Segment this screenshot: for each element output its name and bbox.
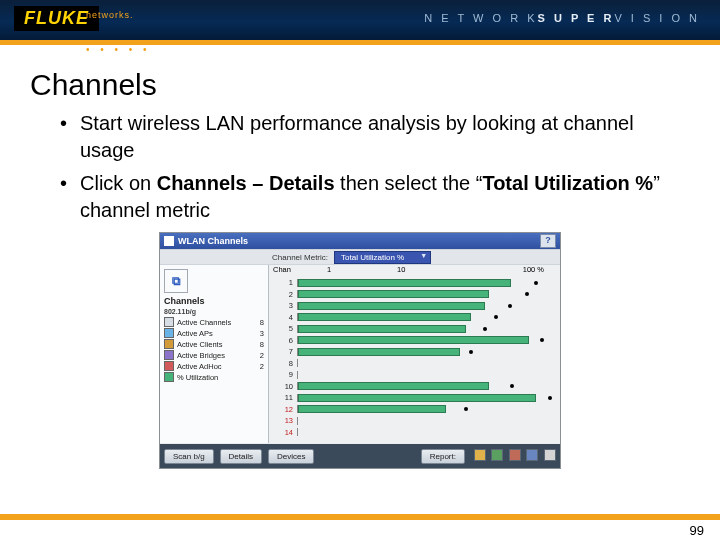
peak-marker <box>469 350 473 354</box>
channel-number: 12 <box>269 405 297 414</box>
legend-swatch <box>164 339 174 349</box>
chart-row: 12 <box>269 404 556 416</box>
utilization-bar <box>298 348 460 356</box>
channel-number: 4 <box>269 313 297 322</box>
channel-number: 5 <box>269 324 297 333</box>
bullet-item: Click on Channels – Details then select … <box>60 170 660 224</box>
bar-track <box>297 336 556 344</box>
legend-value: 3 <box>260 329 264 338</box>
channel-number: 13 <box>269 416 297 425</box>
channel-number: 14 <box>269 428 297 437</box>
bar-track <box>297 405 556 413</box>
tray-icon[interactable] <box>509 449 521 461</box>
peak-marker <box>534 281 538 285</box>
tray-icon[interactable] <box>544 449 556 461</box>
channel-number: 1 <box>269 278 297 287</box>
sidebar-row: Active Channels8 <box>164 317 264 327</box>
bar-track <box>297 279 556 287</box>
metric-label: Channel Metric: <box>272 253 328 262</box>
utilization-bar <box>298 382 489 390</box>
legend-swatch <box>164 361 174 371</box>
bottom-toolbar: Scan b/g Details Devices Report: <box>160 444 560 468</box>
legend-swatch <box>164 317 174 327</box>
utilization-bar <box>298 302 485 310</box>
legend-value: 8 <box>260 318 264 327</box>
peak-marker <box>540 338 544 342</box>
axis-tick: 10 <box>397 265 405 274</box>
legend-label: Active AdHoc <box>177 362 222 371</box>
channel-number: 2 <box>269 290 297 299</box>
slide-footer: 99 <box>0 514 720 540</box>
scan-button[interactable]: Scan b/g <box>164 449 214 464</box>
chart-row: 6 <box>269 335 556 347</box>
tray-icon[interactable] <box>491 449 503 461</box>
metric-bar: Channel Metric: Total Utilization % <box>160 249 560 265</box>
legend-swatch <box>164 328 174 338</box>
slide-header: FLUKE networks. • • • • • N E T W O R KS… <box>0 0 720 54</box>
bar-track <box>297 428 556 436</box>
legend-value: 2 <box>260 351 264 360</box>
metric-dropdown[interactable]: Total Utilization % <box>334 251 431 264</box>
devices-button[interactable]: Devices <box>268 449 314 464</box>
window-icon <box>164 236 174 246</box>
chart-row: 2 <box>269 289 556 301</box>
chart-row: 5 <box>269 323 556 335</box>
legend-swatch <box>164 372 174 382</box>
channel-number: 8 <box>269 359 297 368</box>
sidebar-row: Active AdHoc2 <box>164 361 264 371</box>
sidebar: ⧉ Channels 802.11b/g Active Channels8Act… <box>160 265 269 443</box>
sidebar-row: Active Clients8 <box>164 339 264 349</box>
help-button[interactable]: ? <box>540 234 556 248</box>
peak-marker <box>508 304 512 308</box>
channel-number: 10 <box>269 382 297 391</box>
peak-marker <box>494 315 498 319</box>
window-title: WLAN Channels <box>178 236 248 246</box>
bar-track <box>297 382 556 390</box>
axis-label: Chan <box>273 265 291 274</box>
channel-number: 9 <box>269 370 297 379</box>
bar-track <box>297 290 556 298</box>
utilization-bar <box>298 325 466 333</box>
sidebar-rows: Active Channels8Active APs3Active Client… <box>164 317 264 382</box>
peak-marker <box>510 384 514 388</box>
channel-number: 3 <box>269 301 297 310</box>
chart-row: 7 <box>269 346 556 358</box>
chart-row: 10 <box>269 381 556 393</box>
chart-row: 14 <box>269 427 556 439</box>
footer-accent-bar <box>0 514 720 520</box>
details-button[interactable]: Details <box>220 449 262 464</box>
chart-row: 11 <box>269 392 556 404</box>
bullet-list: Start wireless LAN performance analysis … <box>60 110 660 224</box>
legend-value: 2 <box>260 362 264 371</box>
bar-track <box>297 394 556 402</box>
channel-number: 7 <box>269 347 297 356</box>
brand-sublabel: networks. <box>86 10 134 20</box>
tray-icons <box>471 449 556 463</box>
utilization-bar <box>298 279 511 287</box>
bullet-item: Start wireless LAN performance analysis … <box>60 110 660 164</box>
sidebar-row: % Utilization <box>164 372 264 382</box>
bar-track <box>297 313 556 321</box>
report-button[interactable]: Report: <box>421 449 465 464</box>
peak-marker <box>483 327 487 331</box>
chart-row: 1 <box>269 277 556 289</box>
bar-track <box>297 371 556 379</box>
legend-label: % Utilization <box>177 373 218 382</box>
utilization-bar <box>298 336 529 344</box>
chart-row: 4 <box>269 312 556 324</box>
utilization-bar <box>298 313 471 321</box>
page-number: 99 <box>690 523 704 538</box>
channel-number: 11 <box>269 393 297 402</box>
chart-row: 13 <box>269 415 556 427</box>
chart-row: 3 <box>269 300 556 312</box>
bar-track <box>297 348 556 356</box>
chart-bars: 1234567891011121314 <box>269 277 556 443</box>
legend-swatch <box>164 350 174 360</box>
accent-dots: • • • • • <box>86 44 151 55</box>
peak-marker <box>525 292 529 296</box>
legend-label: Active APs <box>177 329 213 338</box>
tray-icon[interactable] <box>474 449 486 461</box>
chart-area: Chan 1 10 100 % 1234567891011121314 <box>269 265 560 443</box>
sidebar-row: Active Bridges2 <box>164 350 264 360</box>
tray-icon[interactable] <box>526 449 538 461</box>
